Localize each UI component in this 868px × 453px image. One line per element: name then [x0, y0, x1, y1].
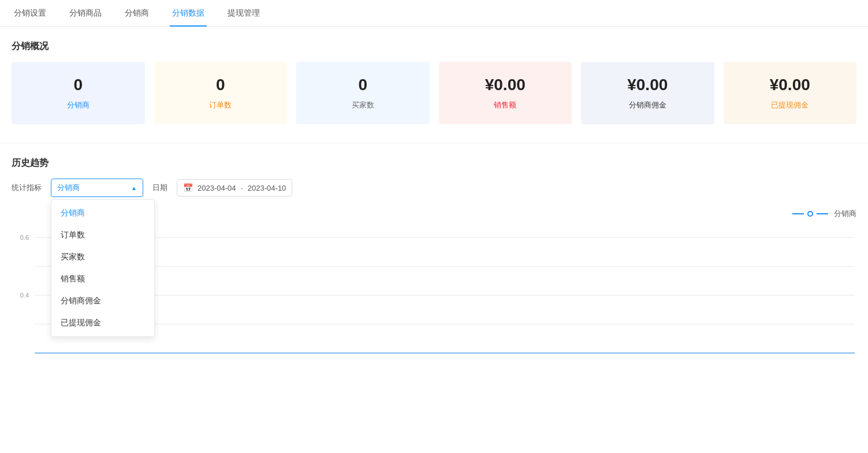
nav-item-goods[interactable]: 分销商品: [67, 0, 104, 27]
stats-grid: 0 分销商 0 订单数 0 买家数 ¥0.00 销售额 ¥0.00 分销商佣金 …: [12, 62, 856, 124]
legend-line-bar-right: [817, 213, 828, 214]
date-range-input[interactable]: 📅 2023-04-04 - 2023-04-10: [177, 179, 292, 196]
nav-item-withdraw[interactable]: 提现管理: [225, 0, 262, 27]
stat-card-withdrawn: ¥0.00 已提现佣金: [724, 62, 857, 124]
date-end: 2023-04-10: [248, 184, 286, 192]
dropdown-item-buyers[interactable]: 买家数: [51, 246, 154, 268]
dropdown-item-commission[interactable]: 分销商佣金: [51, 290, 154, 312]
stat-label-withdrawn: 已提现佣金: [771, 100, 809, 110]
svg-text:0.6: 0.6: [20, 234, 29, 241]
stat-card-commission: ¥0.00 分销商佣金: [581, 62, 714, 124]
chevron-up-icon: ▲: [131, 185, 137, 191]
dropdown-item-sales[interactable]: 销售额: [51, 268, 154, 290]
legend-line-bar: [792, 213, 804, 214]
trend-title: 历史趋势: [12, 157, 856, 169]
stat-value-distributors: 0: [73, 76, 83, 94]
stat-label-sales: 销售额: [494, 100, 516, 110]
stat-label-distributors: 分销商: [67, 100, 90, 110]
stat-card-distributors: 0 分销商: [12, 62, 145, 124]
stat-card-orders: 0 订单数: [154, 62, 288, 124]
metric-select-value: 分销商: [57, 183, 80, 193]
svg-text:0.4: 0.4: [20, 292, 29, 299]
date-start: 2023-04-04: [198, 184, 236, 192]
stat-card-sales: ¥0.00 销售额: [439, 62, 572, 124]
stat-value-withdrawn: ¥0.00: [770, 76, 810, 94]
metric-select-wrapper: 分销商 ▲ 分销商 订单数 买家数 销售额 分销商佣金 已提现佣金: [51, 179, 143, 197]
nav-item-data[interactable]: 分销数据: [170, 0, 207, 27]
trend-section: 历史趋势 统计指标 分销商 ▲ 分销商 订单数 买家数 销售额 分销商佣金 已提…: [12, 157, 856, 382]
stat-label-commission: 分销商佣金: [629, 100, 666, 110]
stat-value-commission: ¥0.00: [627, 76, 668, 94]
stat-card-buyers: 0 买家数: [296, 62, 430, 124]
dropdown-item-distributors[interactable]: 分销商: [51, 202, 154, 224]
legend-label: 分销商: [834, 209, 856, 219]
dropdown-item-withdrawn[interactable]: 已提现佣金: [51, 312, 154, 334]
legend-dot: [807, 211, 813, 217]
stat-label-buyers: 买家数: [352, 100, 374, 110]
nav-item-settings[interactable]: 分销设置: [12, 0, 49, 27]
chart-legend: 分销商: [792, 209, 856, 219]
date-separator: -: [241, 184, 243, 192]
nav-bar: 分销设置 分销商品 分销商 分销数据 提现管理: [0, 0, 868, 27]
stat-value-sales: ¥0.00: [485, 76, 526, 94]
filter-row: 统计指标 分销商 ▲ 分销商 订单数 买家数 销售额 分销商佣金 已提现佣金 日…: [12, 179, 856, 197]
filter-label-metric: 统计指标: [12, 183, 42, 193]
dropdown-item-orders[interactable]: 订单数: [51, 224, 154, 246]
calendar-icon: 📅: [183, 183, 193, 192]
section-divider: [0, 143, 868, 143]
overview-title: 分销概况: [12, 40, 856, 53]
legend-line-distributors: 分销商: [792, 209, 856, 219]
stat-value-orders: 0: [216, 76, 225, 94]
stat-label-orders: 订单数: [209, 100, 232, 110]
stat-value-buyers: 0: [358, 76, 367, 94]
metric-select[interactable]: 分销商 ▲: [51, 179, 143, 197]
metric-dropdown-menu: 分销商 订单数 买家数 销售额 分销商佣金 已提现佣金: [51, 199, 155, 337]
main-content: 分销概况 0 分销商 0 订单数 0 买家数 ¥0.00 销售额 ¥0.00 分…: [0, 27, 868, 396]
nav-item-merchants[interactable]: 分销商: [122, 0, 151, 27]
date-label: 日期: [152, 183, 167, 193]
